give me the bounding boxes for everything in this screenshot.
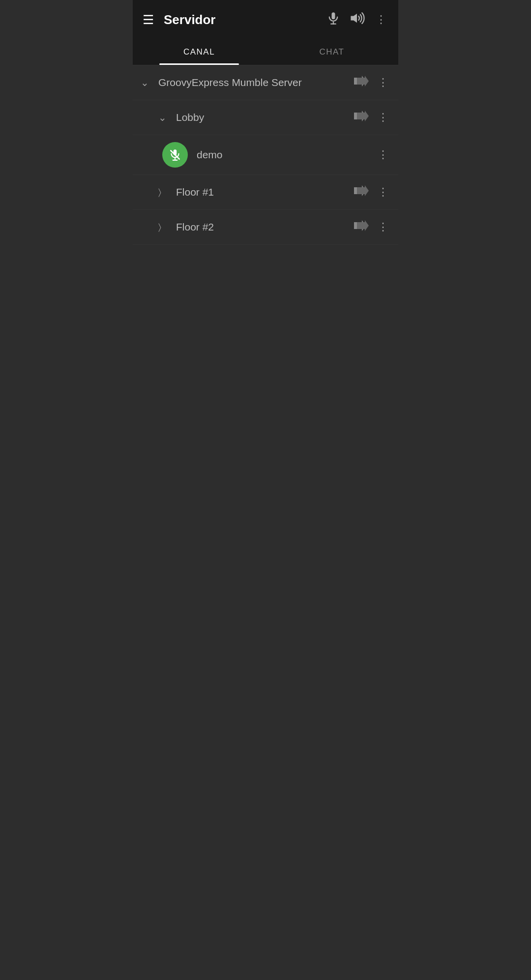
channel-item-root[interactable]: ⌄ GroovyExpress Mumble Server ⋮ [133,65,398,100]
channel-name-floor1: Floor #1 [176,186,354,198]
speaker-icon[interactable] [349,11,365,29]
microphone-icon[interactable] [326,11,340,29]
join-channel-icon-floor2[interactable] [354,220,369,234]
chevron-right-icon-floor1: 〉 [158,187,176,198]
tab-canal[interactable]: CANAL [133,39,266,65]
chevron-down-icon-lobby: ⌄ [158,112,176,123]
more-options-icon-demo[interactable]: ⋮ [376,146,390,163]
more-options-icon-floor2[interactable]: ⋮ [376,219,390,235]
svg-rect-0 [332,12,335,19]
channel-name-lobby: Lobby [176,112,354,123]
more-options-icon-floor1[interactable]: ⋮ [376,184,390,201]
header-actions: ⋮ [326,11,388,29]
overflow-menu-icon[interactable]: ⋮ [374,11,388,28]
channel-list: ⌄ GroovyExpress Mumble Server ⋮ ⌄ Lobby … [133,65,398,245]
chevron-down-icon: ⌄ [141,77,158,88]
app-header: ☰ Servidor ⋮ [133,0,398,39]
join-channel-icon-lobby[interactable] [354,111,369,124]
channel-name-root: GroovyExpress Mumble Server [158,77,354,88]
channel-name-floor2: Floor #2 [176,221,354,233]
channel-item-floor1[interactable]: 〉 Floor #1 ⋮ [133,175,398,210]
tab-bar: CANAL CHAT [133,39,398,65]
user-name-demo: demo [197,149,376,161]
channel-item-floor2[interactable]: 〉 Floor #2 ⋮ [133,210,398,245]
avatar-demo [162,142,188,168]
server-title: Servidor [164,12,326,28]
channel-item-lobby[interactable]: ⌄ Lobby ⋮ [133,100,398,135]
chevron-right-icon-floor2: 〉 [158,222,176,232]
more-options-icon-lobby[interactable]: ⋮ [376,109,390,126]
join-channel-icon-root[interactable] [354,76,369,89]
menu-icon[interactable]: ☰ [143,13,154,26]
more-options-icon-root[interactable]: ⋮ [376,74,390,91]
user-item-demo: demo ⋮ [133,135,398,175]
join-channel-icon-floor1[interactable] [354,185,369,199]
tab-chat[interactable]: CHAT [266,39,398,65]
svg-marker-3 [351,13,357,22]
